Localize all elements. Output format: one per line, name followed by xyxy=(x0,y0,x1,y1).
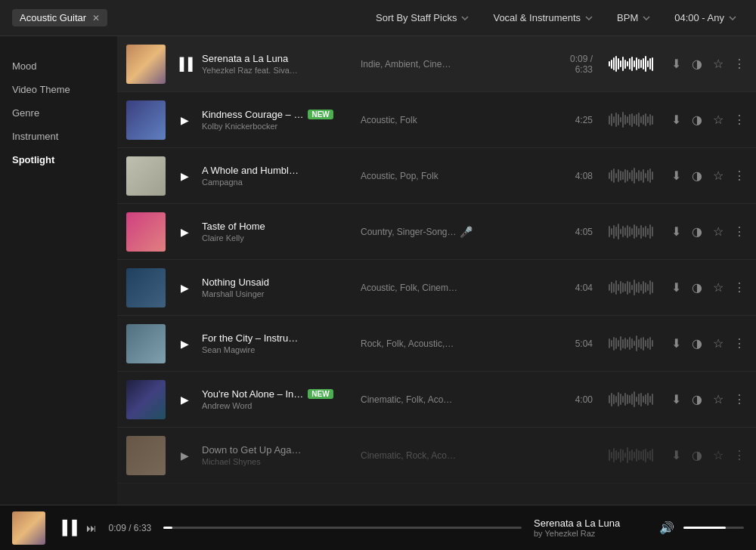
info-icon[interactable]: ◑ xyxy=(689,113,705,127)
info-icon[interactable]: ◑ xyxy=(689,392,705,406)
track-play-button[interactable]: ▶ xyxy=(173,333,194,354)
star-icon[interactable]: ☆ xyxy=(711,224,726,239)
star-icon[interactable]: ☆ xyxy=(711,113,726,127)
more-icon[interactable]: ⋮ xyxy=(732,336,747,351)
play-icon[interactable]: ▶ xyxy=(181,450,189,462)
track-thumbnail[interactable] xyxy=(126,212,166,252)
star-icon[interactable]: ☆ xyxy=(711,448,726,462)
track-title: Taste of Home xyxy=(202,221,353,232)
track-play-button[interactable]: ▶ xyxy=(173,389,194,410)
play-icon[interactable]: ▶ xyxy=(181,114,189,126)
sidebar-item-genre[interactable]: Genre xyxy=(12,101,105,125)
play-icon[interactable]: ▶ xyxy=(181,394,189,406)
progress-bar[interactable] xyxy=(163,527,522,529)
sidebar-item-instrument[interactable]: Instrument xyxy=(12,125,105,148)
waveform[interactable] xyxy=(600,389,661,410)
sidebar-item-video-theme[interactable]: Video Theme xyxy=(12,78,105,101)
progress-fill xyxy=(163,527,172,529)
track-tags: Indie, Ambient, Cine… xyxy=(361,59,547,70)
download-icon[interactable]: ⬇ xyxy=(668,168,683,183)
download-icon[interactable]: ⬇ xyxy=(668,336,683,351)
track-info: Serenata a La Luna Yehezkel Raz feat. Si… xyxy=(202,53,353,75)
track-title: A Whole and Humbl… xyxy=(202,165,353,176)
download-icon[interactable]: ⬇ xyxy=(668,224,683,239)
track-play-button[interactable]: ▶ xyxy=(173,110,194,131)
pause-icon[interactable]: ▐▐ xyxy=(175,57,193,71)
track-title: Down to Get Up Aga… xyxy=(202,444,353,456)
track-play-button[interactable]: ▶ xyxy=(173,221,194,243)
waveform[interactable] xyxy=(600,54,661,75)
more-icon[interactable]: ⋮ xyxy=(732,448,747,462)
track-info: Nothing Unsaid Marshall Usinger xyxy=(202,277,353,298)
track-duration: 5:04 xyxy=(555,338,593,349)
volume-icon[interactable]: 🔊 xyxy=(659,521,674,535)
waveform[interactable] xyxy=(600,165,661,187)
track-thumbnail[interactable] xyxy=(126,268,166,307)
star-icon[interactable]: ☆ xyxy=(711,392,726,406)
track-play-button[interactable]: ▐▐ xyxy=(173,54,194,75)
track-thumbnail[interactable] xyxy=(126,45,166,84)
star-icon[interactable]: ☆ xyxy=(711,280,726,295)
track-play-button[interactable]: ▶ xyxy=(173,165,194,187)
info-icon[interactable]: ◑ xyxy=(689,224,705,239)
track-duration: 4:25 xyxy=(555,115,593,125)
download-icon[interactable]: ⬇ xyxy=(668,280,683,295)
track-play-button[interactable]: ▶ xyxy=(173,277,194,298)
waveform[interactable] xyxy=(600,277,661,298)
more-icon[interactable]: ⋮ xyxy=(732,392,747,406)
info-icon[interactable]: ◑ xyxy=(689,448,705,462)
main-layout: Mood Video Theme Genre Instrument Spotli… xyxy=(0,36,756,505)
track-artist: Yehezkel Raz feat. Siva… xyxy=(202,66,353,75)
waveform[interactable] xyxy=(600,333,661,354)
play-icon[interactable]: ▶ xyxy=(181,338,189,350)
play-icon[interactable]: ▶ xyxy=(181,170,189,182)
download-icon[interactable]: ⬇ xyxy=(668,392,683,406)
player-next-button[interactable]: ⏭ xyxy=(86,522,97,534)
star-icon[interactable]: ☆ xyxy=(711,168,726,183)
track-thumbnail[interactable] xyxy=(126,156,166,196)
download-icon[interactable]: ⬇ xyxy=(668,113,683,127)
download-icon[interactable]: ⬇ xyxy=(668,57,683,71)
play-icon[interactable]: ▶ xyxy=(181,282,189,294)
info-icon[interactable]: ◑ xyxy=(689,57,705,71)
play-icon[interactable]: ▶ xyxy=(181,226,189,238)
sidebar: Mood Video Theme Genre Instrument Spotli… xyxy=(0,36,117,505)
star-icon[interactable]: ☆ xyxy=(711,57,726,71)
info-icon[interactable]: ◑ xyxy=(689,168,705,183)
waveform[interactable] xyxy=(600,445,661,466)
track-tags: Acoustic, Folk, Cinem… xyxy=(361,283,547,293)
track-tags: Cinematic, Rock, Aco… xyxy=(361,450,547,461)
close-tag-icon[interactable]: ✕ xyxy=(92,13,100,23)
more-icon[interactable]: ⋮ xyxy=(732,57,747,71)
track-play-button[interactable]: ▶ xyxy=(173,445,194,466)
duration-button[interactable]: 04:00 - Any xyxy=(667,9,744,26)
new-badge: NEW xyxy=(308,110,333,119)
track-thumbnail[interactable] xyxy=(126,380,166,419)
more-icon[interactable]: ⋮ xyxy=(732,113,747,127)
track-title: Serenata a La Luna xyxy=(202,53,353,64)
star-icon[interactable]: ☆ xyxy=(711,336,726,351)
waveform[interactable] xyxy=(600,110,661,131)
volume-bar[interactable] xyxy=(683,527,744,529)
waveform[interactable] xyxy=(600,221,661,243)
track-thumbnail[interactable] xyxy=(126,324,166,363)
track-thumbnail[interactable] xyxy=(126,100,166,140)
sidebar-item-mood[interactable]: Mood xyxy=(12,54,105,78)
more-icon[interactable]: ⋮ xyxy=(732,224,747,239)
bpm-button[interactable]: BPM xyxy=(609,9,658,26)
track-row: ▶ Nothing Unsaid Marshall Usinger Acoust… xyxy=(117,260,756,316)
sidebar-item-spotlight[interactable]: Spotlight xyxy=(12,148,105,171)
active-tag-chip[interactable]: Acoustic Guitar ✕ xyxy=(12,9,107,26)
download-icon[interactable]: ⬇ xyxy=(668,448,683,462)
more-icon[interactable]: ⋮ xyxy=(732,168,747,183)
info-icon[interactable]: ◑ xyxy=(689,336,705,351)
track-actions: ⬇ ◑ ☆ ⋮ xyxy=(668,448,747,462)
track-thumbnail[interactable] xyxy=(126,436,166,475)
sort-by-button[interactable]: Sort By Staff Picks xyxy=(368,9,476,26)
track-info: You're Not Alone – In…NEW Andrew Word xyxy=(202,388,353,410)
track-duration: 4:00 xyxy=(555,394,593,405)
vocal-instruments-button[interactable]: Vocal & Instruments xyxy=(485,9,600,26)
info-icon[interactable]: ◑ xyxy=(689,280,705,295)
more-icon[interactable]: ⋮ xyxy=(732,280,747,295)
player-pause-button[interactable]: ▐▐ xyxy=(57,520,77,536)
